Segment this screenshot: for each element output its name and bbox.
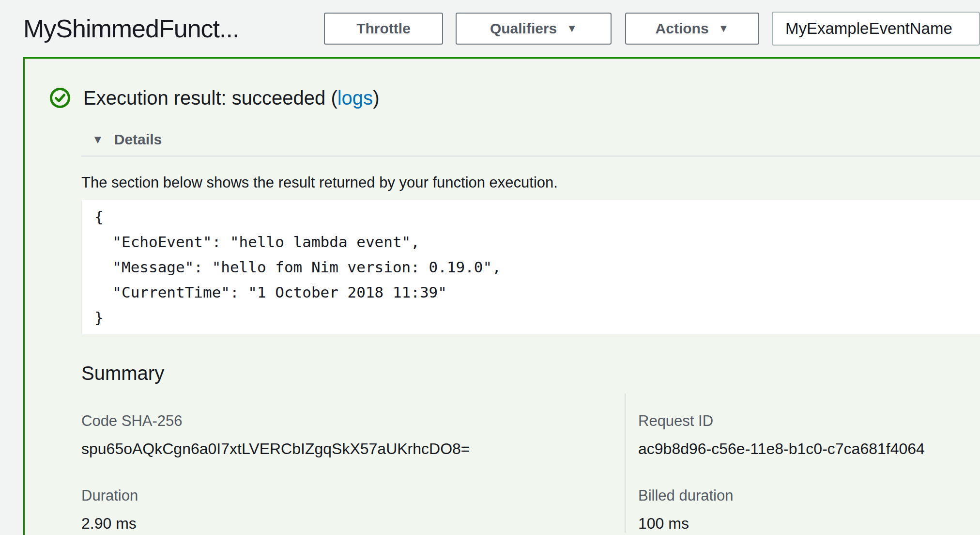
- field-value: 100 ms: [638, 515, 980, 533]
- field-label: Billed duration: [638, 487, 980, 504]
- actions-button-label: Actions: [656, 20, 709, 37]
- summary-column-right: Request ID ac9b8d96-c56e-11e8-b1c0-c7ca6…: [625, 393, 980, 533]
- test-event-select-value: MyExampleEventName: [785, 19, 952, 38]
- summary-field-code-sha256: Code SHA-256 spu65oAQkCgn6a0I7xtLVERCbIZ…: [81, 412, 625, 458]
- details-divider: [81, 156, 980, 157]
- result-description: The section below shows the result retur…: [81, 174, 980, 191]
- field-label: Duration: [81, 487, 625, 504]
- qualifiers-button[interactable]: Qualifiers ▼: [456, 13, 612, 45]
- field-value: 2.90 ms: [81, 515, 625, 533]
- test-event-select[interactable]: MyExampleEventName: [772, 12, 980, 46]
- summary-field-billed-duration: Billed duration 100 ms: [638, 487, 980, 533]
- heading-prefix: Execution result: succeeded (: [83, 87, 337, 109]
- field-value: spu65oAQkCgn6a0I7xtLVERCbIZgqSkX57aUKrhc…: [81, 440, 625, 458]
- summary-heading: Summary: [81, 362, 980, 384]
- execution-result-heading-row: Execution result: succeeded (logs): [25, 86, 980, 110]
- field-label: Code SHA-256: [81, 412, 625, 430]
- summary-field-request-id: Request ID ac9b8d96-c56e-11e8-b1c0-c7ca6…: [638, 412, 980, 458]
- page-header: MyShimmedFunct... Throttle Qualifiers ▼ …: [0, 0, 980, 57]
- details-toggle[interactable]: ▼ Details: [25, 131, 980, 148]
- execution-result-heading: Execution result: succeeded (logs): [83, 86, 379, 110]
- throttle-button[interactable]: Throttle: [324, 13, 443, 45]
- field-label: Request ID: [638, 412, 980, 430]
- qualifiers-button-label: Qualifiers: [490, 20, 557, 37]
- function-name-title: MyShimmedFunct...: [23, 14, 317, 43]
- summary-section: Code SHA-256 spu65oAQkCgn6a0I7xtLVERCbIZ…: [81, 393, 980, 533]
- result-json-output: { "EchoEvent": "hello lambda event", "Me…: [81, 200, 980, 334]
- heading-suffix: ): [373, 87, 379, 109]
- logs-link[interactable]: logs: [337, 87, 373, 109]
- summary-column-left: Code SHA-256 spu65oAQkCgn6a0I7xtLVERCbIZ…: [81, 393, 625, 533]
- chevron-down-icon: ▼: [567, 23, 577, 34]
- triangle-down-icon: ▼: [92, 134, 104, 145]
- chevron-down-icon: ▼: [719, 23, 729, 34]
- details-toggle-label: Details: [114, 131, 162, 148]
- throttle-button-label: Throttle: [356, 20, 411, 37]
- field-value: ac9b8d96-c56e-11e8-b1c0-c7ca681f4064: [638, 440, 980, 458]
- summary-field-duration: Duration 2.90 ms: [81, 487, 625, 533]
- success-check-icon: [49, 87, 71, 110]
- actions-button[interactable]: Actions ▼: [625, 13, 759, 45]
- execution-result-panel: Execution result: succeeded (logs) ▼ Det…: [23, 57, 980, 535]
